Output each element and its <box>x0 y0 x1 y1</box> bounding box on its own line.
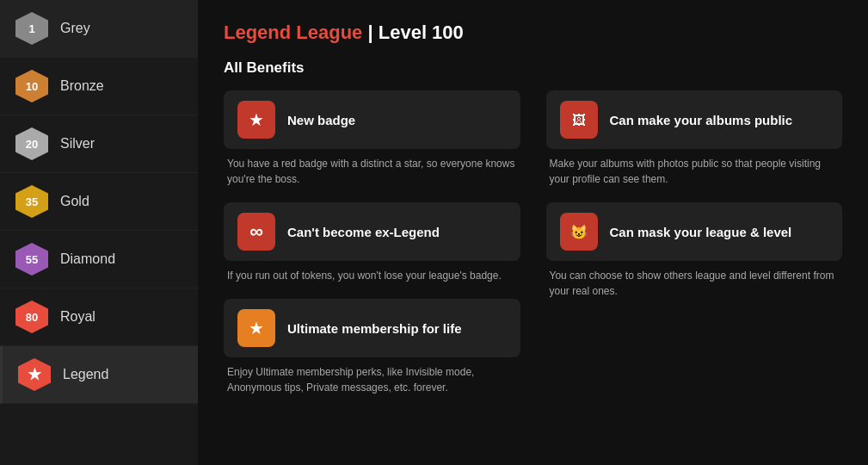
badge-diamond: 55 <box>15 243 48 276</box>
sidebar-label-legend: Legend <box>63 367 108 382</box>
benefit-card-new-badge: New badge <box>224 90 520 149</box>
benefit-albums: Can make your albums public Make your al… <box>546 90 843 187</box>
albums-icon-container <box>560 101 598 139</box>
badge-silver: 20 <box>15 127 48 160</box>
benefit-card-albums: Can make your albums public <box>546 90 843 149</box>
benefit-new-badge: New badge You have a red badge with a di… <box>224 90 520 187</box>
badge-bronze: 10 <box>15 70 48 102</box>
benefit-card-mask: Can mask your league & level <box>546 202 843 261</box>
ultimate-icon <box>249 318 264 338</box>
title-separator: | <box>362 22 378 43</box>
benefit-title-ultimate: Ultimate membership for life <box>287 321 462 336</box>
main-content: Legend League | Level 100 All Benefits N… <box>198 0 868 465</box>
badge-grey: 1 <box>15 12 48 45</box>
sidebar-item-gold[interactable]: 35Gold <box>0 173 198 231</box>
infinity-icon-container <box>237 213 275 251</box>
mask-icon-container <box>560 213 598 251</box>
benefits-grid: New badge You have a red badge with a di… <box>224 90 842 411</box>
sidebar-item-grey[interactable]: 1Grey <box>0 0 198 58</box>
sidebar-label-royal: Royal <box>60 309 95 325</box>
page-title: Legend League | Level 100 <box>224 22 842 44</box>
albums-icon <box>572 111 586 129</box>
sidebar-item-silver[interactable]: 20Silver <box>0 115 198 173</box>
sidebar-item-legend[interactable]: ★Legend <box>0 346 198 404</box>
badge-royal: 80 <box>15 301 48 333</box>
benefit-card-ex-legend: Can't become ex-Legend <box>224 202 520 261</box>
benefit-title-new-badge: New badge <box>287 113 355 127</box>
sidebar-item-diamond[interactable]: 55Diamond <box>0 231 198 288</box>
badge-gold: 35 <box>15 185 48 218</box>
benefit-ultimate: Ultimate membership for life Enjoy Ultim… <box>224 299 520 395</box>
benefit-title-mask: Can mask your league & level <box>610 225 792 239</box>
league-name: Legend League <box>224 22 362 43</box>
mask-icon <box>570 223 588 241</box>
star-icon <box>249 109 264 130</box>
level-text: Level 100 <box>379 22 464 43</box>
ultimate-icon-container <box>237 309 275 347</box>
sidebar-item-bronze[interactable]: 10Bronze <box>0 58 198 115</box>
sidebar-label-silver: Silver <box>60 136 95 152</box>
infinity-icon <box>249 220 263 243</box>
benefit-desc-mask: You can choose to show others league and… <box>546 268 843 299</box>
sidebar-label-grey: Grey <box>60 21 90 36</box>
benefits-col-right: Can make your albums public Make your al… <box>546 90 843 411</box>
benefit-desc-ex-legend: If you run out of tokens, you won't lose… <box>224 268 520 283</box>
sidebar-label-bronze: Bronze <box>60 78 104 94</box>
benefit-ex-legend: Can't become ex-Legend If you run out of… <box>224 202 520 283</box>
sidebar-label-gold: Gold <box>60 194 89 209</box>
benefit-desc-ultimate: Enjoy Ultimate membership perks, like In… <box>224 364 520 395</box>
benefit-title-albums: Can make your albums public <box>610 113 793 127</box>
benefit-card-ultimate: Ultimate membership for life <box>224 299 520 357</box>
benefit-title-ex-legend: Can't become ex-Legend <box>287 225 440 239</box>
sidebar-item-royal[interactable]: 80Royal <box>0 288 198 346</box>
sidebar-label-diamond: Diamond <box>60 251 115 267</box>
benefit-mask: Can mask your league & level You can cho… <box>546 202 843 299</box>
badge-icon-star <box>237 101 275 139</box>
benefit-desc-new-badge: You have a red badge with a distinct a s… <box>224 156 520 187</box>
section-title: All Benefits <box>224 59 842 77</box>
badge-legend: ★ <box>18 358 51 391</box>
benefits-col-left: New badge You have a red badge with a di… <box>224 90 520 411</box>
sidebar: 1Grey10Bronze20Silver35Gold55Diamond80Ro… <box>0 0 198 465</box>
benefit-desc-albums: Make your albums with photos public so t… <box>546 156 843 187</box>
